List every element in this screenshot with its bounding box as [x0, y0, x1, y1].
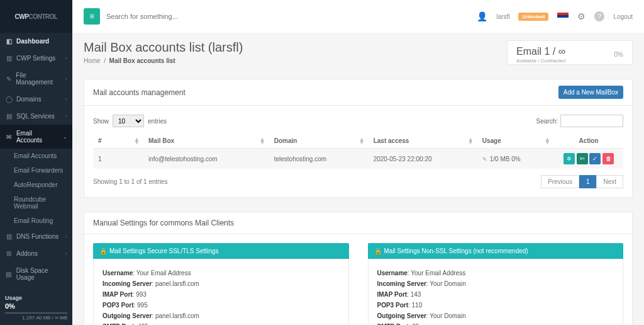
sidebar-item-disk-space[interactable]: ▤Disk Space Usage — [0, 262, 72, 286]
sidebar-sub-email: Email Accounts Email Forwarders AutoResp… — [0, 149, 72, 228]
action-key-button[interactable]: ✄ — [577, 153, 588, 164]
usage-bar — [5, 312, 67, 314]
sidebar-sub-email-accounts[interactable]: Email Accounts — [0, 149, 72, 163]
page-title: Mail Box accounts list (larsfl) — [84, 40, 494, 55]
logo: CWPCONTROL — [0, 0, 72, 33]
col-last-access[interactable]: Last access▲▼ — [369, 134, 477, 149]
user-label[interactable]: larsfl — [496, 13, 509, 20]
dashboard-icon: ◧ — [5, 38, 13, 45]
search-label: Search: — [536, 118, 558, 125]
chevron-left-icon: ‹ — [65, 234, 67, 239]
col-usage[interactable]: Usage▲▼ — [477, 134, 554, 149]
usage-label: Usage — [5, 295, 67, 301]
sidebar-item-cwp-settings[interactable]: ▥CWP Settings‹ — [0, 50, 72, 67]
sidebar-item-dns-functions[interactable]: ▥DNS Functions‹ — [0, 228, 72, 245]
page-next-button[interactable]: Next — [596, 175, 623, 188]
flag-icon[interactable] — [557, 13, 569, 20]
help-icon[interactable]: ? — [594, 11, 604, 21]
manual-settings-title: Manual Settings for commons Mail Clients — [93, 219, 234, 227]
sidebar-item-email-accounts[interactable]: ✉Email Accounts⌄ — [0, 125, 72, 149]
sidebar-sub-autoresponder[interactable]: AutoResponder — [0, 178, 72, 192]
col-mailbox[interactable]: Mail Box▲▼ — [143, 134, 269, 149]
sidebar-stats: Usage 0% 1,157.40 MB / ∞ MB Bandwidth -5… — [0, 290, 72, 325]
col-num[interactable]: #▲▼ — [93, 134, 143, 149]
manual-settings-panel: Manual Settings for commons Mail Clients… — [84, 212, 633, 325]
entries-select[interactable]: 10 — [113, 115, 144, 127]
col-domain[interactable]: Domain▲▼ — [269, 134, 369, 149]
sidebar-item-label: CWP Settings — [16, 55, 55, 62]
action-confirm-button[interactable]: ✓ — [589, 153, 601, 164]
sidebar-sub-email-routing[interactable]: Email Routing — [0, 214, 72, 228]
chevron-left-icon: ‹ — [65, 76, 67, 82]
chevron-left-icon: ‹ — [65, 251, 67, 256]
page-prev-button[interactable]: Previous — [541, 175, 579, 188]
add-mailbox-button[interactable]: Add a New MailBox — [558, 86, 623, 99]
show-label: Show — [93, 118, 109, 125]
action-settings-button[interactable]: ✲ — [564, 153, 575, 164]
logout-link[interactable]: Logout — [613, 13, 633, 20]
lbl-username: Username — [377, 270, 408, 277]
secure-settings-header: Mail Settings Secure SSL/TLS Settings — [109, 248, 218, 254]
brand-a: CWP — [15, 13, 29, 20]
chevron-left-icon: ‹ — [65, 96, 67, 102]
chevron-left-icon: ‹ — [65, 113, 67, 119]
val-username: Your Email Address — [136, 270, 191, 277]
chart-icon: ▥ — [5, 55, 13, 62]
crumb-home[interactable]: Home — [84, 57, 101, 64]
sidebar-item-label: Domains — [16, 96, 41, 103]
action-delete-button[interactable]: 🗑 — [602, 153, 614, 164]
sidebar-item-dashboard[interactable]: ◧ Dashboard — [0, 33, 72, 50]
brand-b: CONTROL — [28, 13, 57, 20]
edit-icon: ✎ — [5, 76, 12, 83]
cell-actions: ✲ ✄ ✓ 🗑 — [554, 149, 623, 169]
search-input[interactable] — [106, 13, 470, 20]
lbl-imap: IMAP Port — [377, 291, 408, 298]
quota-box: Email 1 / ∞ Available / Contracted 0% — [507, 40, 633, 65]
sidebar-item-domains[interactable]: ◯Domains‹ — [0, 91, 72, 108]
cell-mailbox: info@telestohosting.com — [143, 149, 269, 169]
sidebar-item-label: SQL Services — [16, 113, 55, 120]
lbl-imap: IMAP Port — [103, 291, 133, 298]
chevron-left-icon: ‹ — [65, 55, 67, 61]
breadcrumb: Home / Mail Box accounts list — [84, 57, 494, 64]
burger-button[interactable]: ≡ — [84, 8, 100, 25]
crumb-current: Mail Box accounts list — [109, 57, 175, 64]
val-pop3: 995 — [137, 302, 148, 309]
val-outgoing: panel.larsfl.com — [155, 312, 199, 319]
lbl-incoming: Incoming Server — [377, 280, 426, 287]
cell-usage: ✎1/0 MB 0% — [477, 149, 554, 169]
sidebar-item-label: Addons — [16, 250, 38, 257]
sidebar-item-label: File Management — [16, 72, 62, 86]
sidebar: CWPCONTROL ◧ Dashboard ▥CWP Settings‹ ✎F… — [0, 0, 72, 325]
table-search-input[interactable] — [560, 115, 623, 127]
val-incoming: Your Domain — [430, 280, 465, 287]
sidebar-item-label: Dashboard — [16, 38, 49, 45]
usage-value: 0% — [5, 302, 67, 310]
sidebar-item-sql-services[interactable]: ▤SQL Services‹ — [0, 108, 72, 125]
usage-fine: 1,157.40 MB / ∞ MB — [5, 315, 67, 321]
cell-last-access: 2020-05-23 22:00:20 — [369, 149, 477, 169]
val-imap: 143 — [411, 291, 421, 298]
secure-settings-card: 🔒Mail Settings Secure SSL/TLS Settings U… — [93, 243, 349, 325]
nonssl-settings-header: Mail Settings Non-SSL Settings (not reco… — [384, 248, 528, 254]
edit-icon[interactable]: ✎ — [482, 156, 487, 162]
lock-icon: 🔒 — [99, 248, 107, 254]
lbl-outgoing: Outgoing Server — [103, 312, 152, 319]
mail-icon: ✉ — [5, 134, 13, 140]
val-outgoing: Your Domain — [430, 312, 465, 319]
sidebar-item-addons[interactable]: ⊞Addons‹ — [0, 245, 72, 262]
sidebar-item-label: Disk Space Usage — [16, 267, 67, 281]
page-1-button[interactable]: 1 — [579, 175, 597, 188]
pagination: Previous 1 Next — [541, 175, 623, 188]
lbl-incoming: Incoming Server — [103, 280, 152, 287]
lbl-username: Username — [103, 270, 133, 277]
settings-icon[interactable]: ⚙ — [577, 11, 586, 21]
sidebar-sub-email-forwarders[interactable]: Email Forwarders — [0, 163, 72, 178]
cell-num: 1 — [93, 149, 143, 169]
sidebar-sub-roundcube[interactable]: Roundcube Webmail — [0, 192, 72, 214]
val-pop3: 110 — [412, 302, 423, 309]
lbl-pop3: POP3 Port — [377, 302, 408, 309]
unlocked-badge: Unlocked — [518, 13, 548, 21]
sidebar-item-file-management[interactable]: ✎File Management‹ — [0, 67, 72, 91]
chevron-down-icon: ⌄ — [63, 134, 67, 140]
